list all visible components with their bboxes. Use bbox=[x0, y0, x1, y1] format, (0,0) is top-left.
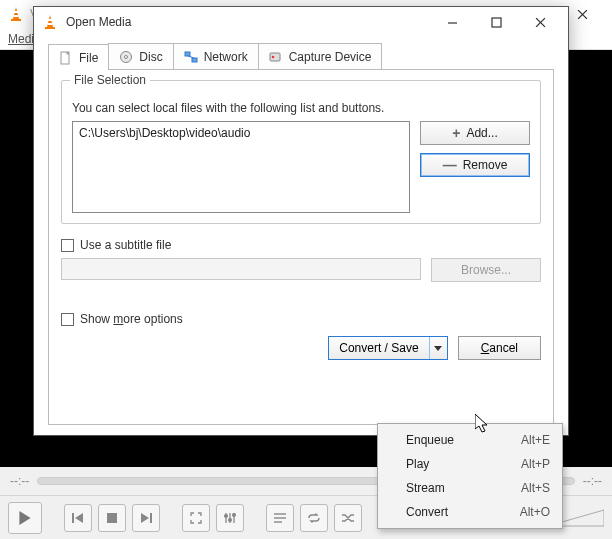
minimize-button[interactable] bbox=[430, 8, 474, 36]
loop-button[interactable] bbox=[300, 504, 328, 532]
menu-enqueue[interactable]: EnqueueAlt+E bbox=[378, 428, 562, 452]
tab-label: Capture Device bbox=[289, 50, 372, 64]
add-label: Add... bbox=[466, 126, 497, 140]
time-elapsed: --:-- bbox=[10, 474, 29, 488]
menu-play[interactable]: PlayAlt+P bbox=[378, 452, 562, 476]
help-text: You can select local files with the foll… bbox=[72, 101, 530, 115]
svg-point-15 bbox=[225, 514, 228, 517]
svg-rect-26 bbox=[48, 23, 53, 25]
convert-dropdown-menu: EnqueueAlt+E PlayAlt+P StreamAlt+S Conve… bbox=[377, 423, 563, 529]
next-button[interactable] bbox=[132, 504, 160, 532]
open-media-dialog: Open Media File Disc Network Capture Dev bbox=[33, 6, 569, 436]
disc-icon bbox=[119, 50, 133, 64]
convert-save-dropdown-arrow[interactable] bbox=[429, 337, 447, 359]
tab-network[interactable]: Network bbox=[173, 43, 259, 69]
menu-media[interactable]: Medi bbox=[8, 32, 34, 46]
tab-file[interactable]: File bbox=[48, 44, 109, 70]
svg-rect-2 bbox=[14, 11, 18, 13]
svg-rect-11 bbox=[150, 513, 152, 523]
convert-save-splitbutton[interactable]: Convert / Save bbox=[328, 336, 447, 360]
svg-point-16 bbox=[229, 518, 232, 521]
svg-marker-8 bbox=[75, 513, 83, 523]
time-total: --:-- bbox=[583, 474, 602, 488]
more-label: Show more options bbox=[80, 312, 183, 326]
tab-capture[interactable]: Capture Device bbox=[258, 43, 383, 69]
cancel-label: Cancel bbox=[481, 341, 518, 355]
dialog-titlebar: Open Media bbox=[34, 7, 568, 37]
svg-rect-7 bbox=[72, 513, 74, 523]
svg-marker-39 bbox=[434, 346, 442, 351]
file-list[interactable]: C:\Users\bj\Desktop\video\audio bbox=[72, 121, 410, 213]
cancel-button[interactable]: Cancel bbox=[458, 336, 541, 360]
playlist-button[interactable] bbox=[266, 504, 294, 532]
svg-rect-25 bbox=[48, 19, 52, 21]
menu-convert[interactable]: ConvertAlt+O bbox=[378, 500, 562, 524]
checkbox-icon bbox=[61, 239, 74, 252]
plus-icon: + bbox=[452, 125, 460, 141]
svg-line-36 bbox=[188, 56, 194, 58]
remove-button[interactable]: —Remove bbox=[420, 153, 530, 177]
capture-icon bbox=[269, 50, 283, 64]
add-button[interactable]: +Add... bbox=[420, 121, 530, 145]
svg-rect-1 bbox=[11, 19, 21, 21]
svg-marker-10 bbox=[141, 513, 149, 523]
remove-label: Remove bbox=[463, 158, 508, 172]
file-list-item[interactable]: C:\Users\bj\Desktop\video\audio bbox=[79, 126, 403, 140]
browse-label: Browse... bbox=[461, 263, 511, 277]
tab-pane-file: File Selection You can select local file… bbox=[48, 69, 554, 425]
tab-label: Network bbox=[204, 50, 248, 64]
tabs: File Disc Network Capture Device bbox=[48, 43, 554, 69]
minus-icon: — bbox=[443, 157, 457, 173]
svg-rect-3 bbox=[14, 15, 19, 17]
svg-rect-24 bbox=[45, 27, 55, 29]
svg-point-33 bbox=[125, 55, 128, 58]
svg-rect-34 bbox=[185, 52, 190, 56]
network-icon bbox=[184, 50, 198, 64]
tab-label: File bbox=[79, 51, 98, 65]
play-button[interactable] bbox=[8, 502, 42, 534]
svg-rect-9 bbox=[107, 513, 117, 523]
dialog-title: Open Media bbox=[66, 15, 131, 29]
group-title: File Selection bbox=[70, 73, 150, 87]
svg-marker-6 bbox=[19, 511, 30, 525]
tab-label: Disc bbox=[139, 50, 162, 64]
svg-rect-37 bbox=[270, 53, 280, 61]
svg-rect-28 bbox=[492, 18, 501, 27]
browse-button: Browse... bbox=[431, 258, 541, 282]
subtitle-label: Use a subtitle file bbox=[80, 238, 171, 252]
shuffle-button[interactable] bbox=[334, 504, 362, 532]
vlc-cone-icon bbox=[8, 6, 24, 22]
convert-save-button[interactable]: Convert / Save bbox=[329, 337, 428, 359]
fullscreen-button[interactable] bbox=[182, 504, 210, 532]
stop-button[interactable] bbox=[98, 504, 126, 532]
subtitle-checkbox-row[interactable]: Use a subtitle file bbox=[61, 238, 541, 252]
convert-label: Convert / Save bbox=[339, 341, 418, 355]
close-button[interactable] bbox=[518, 8, 562, 36]
prev-button[interactable] bbox=[64, 504, 92, 532]
show-more-checkbox-row[interactable]: Show more options bbox=[61, 312, 541, 326]
menu-stream[interactable]: StreamAlt+S bbox=[378, 476, 562, 500]
subtitle-path-input bbox=[61, 258, 421, 280]
svg-point-17 bbox=[233, 513, 236, 516]
svg-rect-35 bbox=[192, 58, 197, 62]
vlc-cone-icon bbox=[42, 14, 58, 30]
svg-point-38 bbox=[271, 55, 274, 58]
ext-settings-button[interactable] bbox=[216, 504, 244, 532]
tab-disc[interactable]: Disc bbox=[108, 43, 173, 69]
checkbox-icon bbox=[61, 313, 74, 326]
file-selection-group: File Selection You can select local file… bbox=[61, 80, 541, 224]
maximize-button[interactable] bbox=[474, 8, 518, 36]
file-icon bbox=[59, 51, 73, 65]
